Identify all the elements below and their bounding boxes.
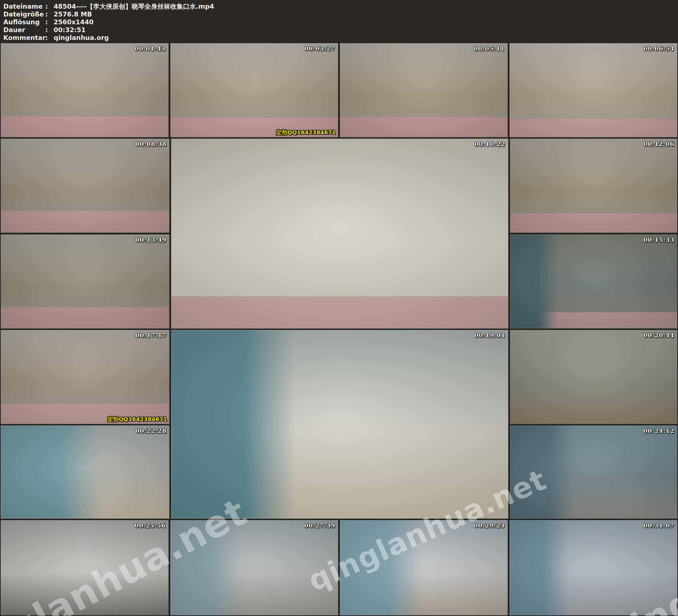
timestamp-badge: 00:06:54 [643, 45, 674, 52]
timestamp-badge: 00:10:22 [474, 141, 505, 147]
video-thumbnail[interactable]: 00:19:01 [171, 330, 509, 519]
timestamp-badge: 00:29:23 [474, 522, 505, 529]
metadata-row: Dateiname : 48504----【李大侠原创】晓琴全身丝袜收集口水.m… [3, 2, 678, 10]
video-thumbnail[interactable]: 00:08:38 [1, 139, 170, 233]
metadata-separator: : [45, 34, 53, 42]
thumbnail-scene [510, 235, 677, 329]
metadata-row: Kommentar : qinglanhua.org [3, 34, 678, 42]
video-thumbnail[interactable]: 00:01:43 [1, 43, 169, 138]
video-thumbnail[interactable]: 00:25:56 [1, 520, 169, 615]
thumbnail-scene [1, 43, 168, 137]
timestamp-badge: 00:13:49 [136, 236, 166, 243]
timestamp-badge: 00:03:27 [304, 45, 335, 52]
metadata-value: 48504----【李大侠原创】晓琴全身丝袜收集口水.mp4 [53, 2, 214, 10]
video-thumbnail[interactable]: 00:31:07 [509, 520, 677, 615]
metadata-separator: : [45, 2, 53, 10]
timestamp-badge: 00:12:06 [643, 141, 674, 147]
video-thumbnail[interactable]: 00:17:17 定拍QQ1642384671 [1, 330, 170, 424]
metadata-separator: : [45, 18, 53, 26]
video-thumbnail[interactable]: 00:05:11 [340, 43, 508, 138]
timestamp-badge: 00:05:11 [474, 45, 505, 52]
metadata-row: Dauer : 00:32:51 [3, 26, 678, 34]
video-thumbnail[interactable]: 00:10:22 [171, 139, 509, 329]
metadata-value: qinglanhua.org [53, 34, 109, 42]
thumbnail-scene [1, 520, 168, 615]
timestamp-badge: 00:31:07 [643, 522, 674, 529]
thumbnail-scene [510, 520, 677, 615]
metadata-value: 00:32:51 [53, 26, 85, 34]
qq-contact-overlay: 定拍QQ1642384671 [276, 129, 336, 136]
contact-sheet: 00:01:43 00:03:27 定拍QQ1642384671 00:05:1… [0, 0, 678, 616]
thumbnail-scene [1, 139, 169, 233]
thumbnail-scene [1, 426, 169, 518]
metadata-label: Auflösung [3, 18, 45, 26]
metadata-panel: Dateiname : 48504----【李大侠原创】晓琴全身丝袜收集口水.m… [0, 0, 678, 42]
timestamp-badge: 00:27:39 [304, 522, 335, 529]
video-thumbnail[interactable]: 00:22:28 [1, 425, 170, 519]
thumbnail-scene [1, 235, 169, 329]
thumbnail-scene [171, 330, 508, 518]
thumbnail-scene [510, 426, 677, 518]
metadata-label: Dateigröße [3, 10, 45, 18]
thumbnail-scene [510, 43, 677, 137]
thumbnail-scene [171, 43, 338, 137]
video-thumbnail[interactable]: 00:12:06 [510, 139, 677, 233]
metadata-label: Dateiname [3, 2, 45, 10]
timestamp-badge: 00:19:01 [474, 332, 505, 339]
video-thumbnail[interactable]: 00:27:39 [170, 520, 338, 615]
thumbnail-scene [510, 139, 677, 233]
video-thumbnail[interactable]: 00:20:44 [510, 330, 677, 424]
metadata-row: Auflösung : 2560x1440 [3, 18, 678, 26]
timestamp-badge: 00:22:28 [136, 427, 166, 434]
thumbnail-scene [510, 330, 677, 424]
timestamp-badge: 00:01:43 [135, 45, 166, 52]
timestamp-badge: 00:15:33 [643, 236, 674, 243]
timestamp-badge: 00:20:44 [643, 332, 674, 339]
metadata-value: 2576.8 MB [53, 10, 92, 18]
metadata-separator: : [45, 10, 53, 18]
video-thumbnail[interactable]: 00:03:27 定拍QQ1642384671 [170, 43, 338, 138]
metadata-separator: : [45, 26, 53, 34]
timestamp-badge: 00:08:38 [136, 141, 166, 147]
thumbnail-scene [171, 520, 338, 615]
metadata-row: Dateigröße : 2576.8 MB [3, 10, 678, 18]
thumbnail-scene [1, 330, 169, 424]
metadata-label: Kommentar [3, 34, 45, 42]
timestamp-badge: 00:24:12 [643, 427, 674, 434]
metadata-label: Dauer [3, 26, 45, 34]
video-thumbnail[interactable]: 00:24:12 [510, 425, 677, 519]
thumbnail-scene [340, 520, 507, 615]
video-thumbnail[interactable]: 00:13:49 [1, 234, 170, 329]
thumbnail-scene [171, 139, 508, 329]
video-thumbnail[interactable]: 00:29:23 [340, 520, 508, 615]
qq-contact-overlay: 定拍QQ1642384671 [108, 416, 167, 423]
video-thumbnail[interactable]: 00:15:33 [510, 234, 677, 329]
timestamp-badge: 00:17:17 [136, 332, 166, 339]
video-thumbnail[interactable]: 00:06:54 [509, 43, 677, 138]
metadata-value: 2560x1440 [53, 18, 93, 26]
thumbnail-scene [340, 43, 507, 137]
timestamp-badge: 00:25:56 [135, 522, 166, 529]
